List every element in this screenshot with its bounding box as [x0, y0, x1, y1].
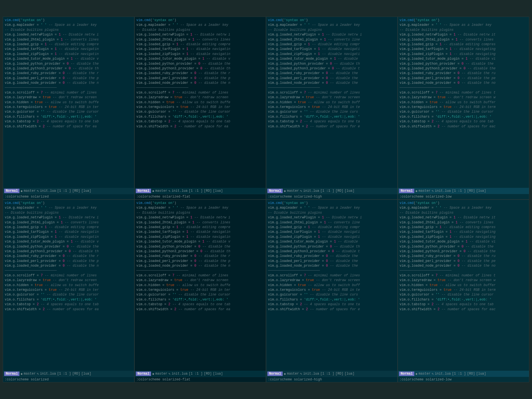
branch-1: master — [24, 189, 36, 193]
mode-indicator-3: Normal — [267, 189, 283, 193]
status-bar-4: Normal ◆ master ✎ init.lua [1 :1 ] [RO] … — [398, 188, 529, 194]
type-1: [lua] — [81, 189, 91, 193]
file-1: init.lua — [40, 189, 56, 193]
cmd-line-8[interactable]: :colorscheme solarized-low — [398, 377, 529, 382]
code-area-6[interactable]: vim.cmd('syntax on') vim.g.mapleader = '… — [135, 200, 266, 371]
branch-2: master — [155, 189, 167, 193]
mode-indicator-2: Normal — [136, 189, 151, 193]
pencil-2: ✎ — [169, 189, 170, 193]
git-icon-5: ◆ — [21, 372, 22, 376]
file-8: init.lua — [435, 372, 451, 376]
ro-6: [RO] — [204, 372, 212, 376]
code-area-8[interactable]: vim.cmd('syntax on') vim.g.mapleader = '… — [398, 200, 529, 371]
status-bar-3: Normal ◆ master ✎ init.lua [1 :1 ] [RO] … — [266, 188, 397, 194]
mode-indicator-8: Normal — [399, 372, 414, 376]
pencil-7: ✎ — [300, 372, 302, 376]
branch-6: master — [155, 372, 167, 376]
pos-7: [1 :1 ] — [320, 372, 334, 376]
pane-top-mid-right: vim.cmd('syntax on') vim.g.mapleader = '… — [266, 17, 398, 200]
type-6: [lua] — [213, 372, 223, 376]
type-5: [lua] — [81, 372, 91, 376]
branch-5: master — [24, 372, 36, 376]
git-icon-2: ◆ — [152, 189, 154, 193]
pos-2: [1 :1 ] — [189, 189, 203, 193]
pencil-6: ✎ — [169, 372, 170, 376]
cmd-line-2[interactable]: :colorscheme solarized-flat — [135, 194, 266, 199]
file-4: init.lua — [435, 189, 451, 193]
code-area-5[interactable]: vim.cmd('syntax on') vim.g.mapleader = '… — [3, 200, 134, 371]
ro-4: [RO] — [467, 189, 475, 193]
mode-indicator-7: Normal — [267, 372, 283, 376]
pane-top-mid-left: vim.cmd('syntax on') vim.g.mapleader = '… — [134, 17, 266, 200]
cmd-line-7[interactable]: :colorscheme solarized-high — [266, 377, 397, 382]
git-icon-1: ◆ — [21, 189, 22, 193]
type-4: [lua] — [476, 189, 486, 193]
pos-1: [1 :1 ] — [57, 189, 71, 193]
git-icon-8: ◆ — [415, 372, 417, 376]
ro-7: [RO] — [335, 372, 343, 376]
status-bar-8: Normal ◆ master ✎ init.lua [1 :1 ] [RO] … — [398, 371, 529, 377]
file-3: init.lua — [303, 189, 319, 193]
pencil-4: ✎ — [432, 189, 434, 193]
mode-indicator-1: Normal — [4, 189, 19, 193]
ro-1: [RO] — [72, 189, 80, 193]
pane-top-left: vim.cmd('syntax on') vim.g.mapleader = '… — [3, 17, 134, 200]
pane-bot-right: vim.cmd('syntax on') vim.g.mapleader = '… — [398, 200, 529, 382]
pos-3: [1 :1 ] — [320, 189, 334, 193]
status-bar-7: Normal ◆ master ✎ init.lua [1 :1 ] [RO] … — [266, 371, 397, 377]
cmd-line-4[interactable]: :colorscheme solarized-low — [398, 194, 529, 199]
pos-8: [1 :1 ] — [452, 372, 466, 376]
pos-6: [1 :1 ] — [189, 372, 203, 376]
git-icon-3: ◆ — [284, 189, 286, 193]
ro-8: [RO] — [467, 372, 475, 376]
pos-5: [1 :1 ] — [57, 372, 71, 376]
pencil-3: ✎ — [300, 189, 302, 193]
cmd-line-6[interactable]: :colorscheme solarized-flat — [135, 377, 266, 382]
ro-5: [RO] — [72, 372, 80, 376]
pos-4: [1 :1 ] — [452, 189, 466, 193]
branch-4: master — [418, 189, 430, 193]
ro-2: [RO] — [204, 189, 212, 193]
git-icon-7: ◆ — [284, 372, 286, 376]
mode-indicator-4: Normal — [399, 189, 414, 193]
status-bar-6: Normal ◆ master ✎ init.lua [1 :1 ] [RO] … — [135, 371, 266, 377]
status-bar-1: Normal ◆ master ✎ init.lua [1 :1 ] [RO] … — [3, 188, 134, 194]
branch-3: master — [287, 189, 299, 193]
code-area-4[interactable]: vim.cmd('syntax on') vim.g.mapleader = '… — [398, 17, 529, 188]
file-7: init.lua — [303, 372, 319, 376]
pane-bot-left: vim.cmd('syntax on') vim.g.mapleader = '… — [3, 200, 134, 382]
ro-3: [RO] — [335, 189, 343, 193]
git-icon-4: ◆ — [415, 189, 417, 193]
branch-7: master — [287, 372, 299, 376]
file-5: init.lua — [40, 372, 56, 376]
type-2: [lua] — [213, 189, 223, 193]
status-bar-5: Normal ◆ master ✎ init.lua [1 :1 ] [RO] … — [3, 371, 134, 377]
type-3: [lua] — [345, 189, 355, 193]
cmd-line-1[interactable]: :colorscheme solarized — [3, 194, 134, 199]
mode-indicator-6: Normal — [136, 372, 151, 376]
pane-bot-mid-left: vim.cmd('syntax on') vim.g.mapleader = '… — [134, 200, 266, 382]
editor-grid: vim.cmd('syntax on') vim.g.mapleader = '… — [0, 0, 532, 399]
branch-8: master — [418, 372, 430, 376]
pane-bot-mid-right: vim.cmd('syntax on') vim.g.mapleader = '… — [266, 200, 398, 382]
cmd-line-5[interactable]: :colorscheme solarized — [3, 377, 134, 382]
type-7: [lua] — [345, 372, 355, 376]
code-area-3[interactable]: vim.cmd('syntax on') vim.g.mapleader = '… — [266, 17, 397, 188]
pencil-1: ✎ — [37, 189, 39, 193]
code-area-1[interactable]: vim.cmd('syntax on') vim.g.mapleader = '… — [3, 17, 134, 188]
code-area-7[interactable]: vim.cmd('syntax on') vim.g.mapleader = '… — [266, 200, 397, 371]
status-bar-2: Normal ◆ master ✎ init.lua [1 :1 ] [RO] … — [135, 188, 266, 194]
file-6: init.lua — [172, 372, 188, 376]
mode-indicator-5: Normal — [4, 372, 19, 376]
pane-top-right: vim.cmd('syntax on') vim.g.mapleader = '… — [398, 17, 529, 200]
pencil-5: ✎ — [37, 372, 39, 376]
type-8: [lua] — [476, 372, 486, 376]
git-icon-6: ◆ — [152, 372, 154, 376]
pencil-8: ✎ — [432, 372, 434, 376]
cmd-line-3[interactable]: :colorscheme solarized-high — [266, 194, 397, 199]
file-2: init.lua — [172, 189, 188, 193]
code-area-2[interactable]: vim.cmd('syntax on') vim.g.mapleader = '… — [135, 17, 266, 188]
